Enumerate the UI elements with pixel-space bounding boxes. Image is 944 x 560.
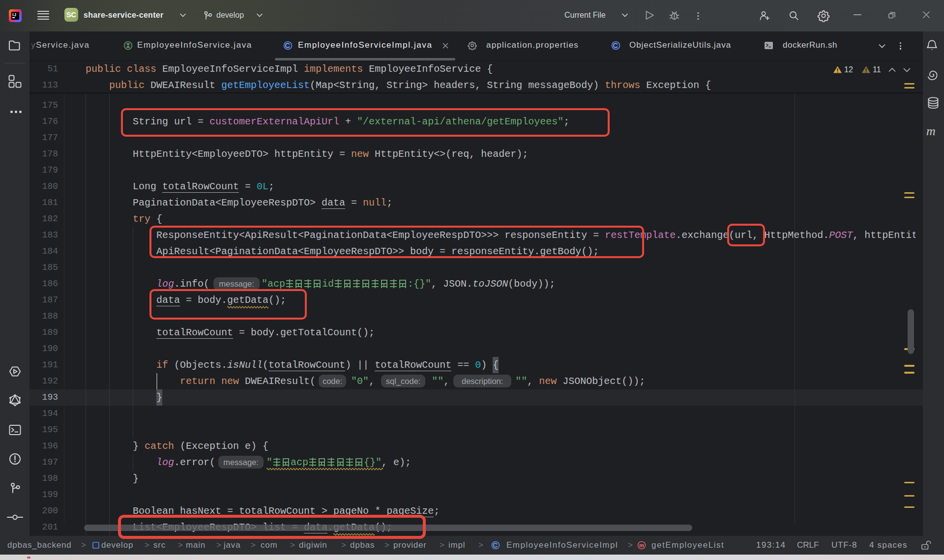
- svg-text:m: m: [639, 542, 644, 548]
